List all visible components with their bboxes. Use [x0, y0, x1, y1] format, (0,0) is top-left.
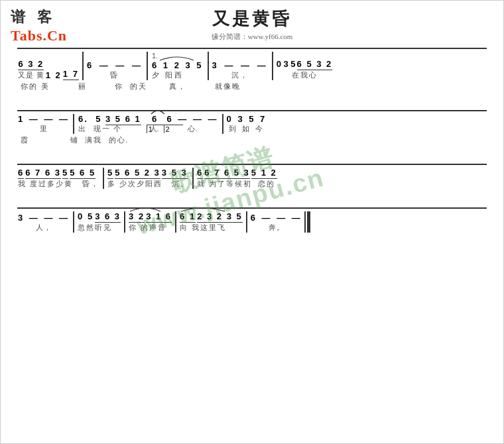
note-block: 5 5 6 5 2 3 3 5 3 多 少次夕阳西 沉。	[107, 168, 189, 189]
note-block: 6 1 2 3 2 3 5 向 我这里飞	[180, 211, 243, 233]
logo-en: Tabs.Cn	[11, 27, 67, 44]
bar-line	[192, 168, 194, 189]
main-page: 谱 客 Tabs.Cn 又是黄昏 缘分简谱：www.yf66.com 歌谱简谱 …	[0, 0, 504, 444]
note-block: 1 7	[63, 69, 79, 80]
song-title: 又是黄昏	[212, 7, 293, 30]
note-block: 0 3 5 6 5 3 2 在我心	[277, 59, 333, 80]
final-barline	[304, 211, 310, 233]
source-text: 缘分简谱：www.yf66.com	[212, 32, 293, 42]
title-area: 又是黄昏 缘分简谱：www.yf66.com	[212, 7, 293, 42]
section-3: 6 6 7 6 3 5 5 6 5 我 度过多少黄 昏， 5 5 6 5 2 3…	[17, 164, 487, 192]
note-block: 0 5 3 6 3 忽然听见	[78, 211, 121, 233]
bar-line	[272, 52, 273, 80]
note-block: 6 6 7 6 3 5 5 6 5 我 度过多少黄 昏，	[18, 168, 99, 189]
bar-line	[208, 52, 209, 80]
note-block: 1 — — — 里	[18, 114, 70, 134]
bar-line	[147, 52, 148, 80]
bar-line	[222, 114, 223, 134]
bar-line	[73, 211, 74, 233]
bar-line	[73, 114, 74, 134]
lyrics-alt-2: 霞 铺 满我 的心.	[17, 134, 487, 145]
note-block: 6 — — — 奔。	[251, 213, 302, 233]
section-4: 3 — — — 人， 0 5 3 6 3 忽然听见	[17, 207, 487, 235]
score-wrapper: 6 3 2 又是 黄 1 2 1 7 6 — — — 昏	[11, 44, 493, 248]
bar-line	[246, 211, 247, 233]
note-block: 6 人.	[150, 114, 159, 134]
note-block: 3 2 3 1 6 你 的声音	[129, 211, 172, 233]
site-logo: 谱 客 Tabs.Cn	[11, 7, 67, 44]
note-block: 0 3 5 7 到 如 今	[227, 114, 267, 134]
note-block: 6 — — — 昏	[87, 60, 143, 80]
note-block: 6 3 2 又是 黄	[18, 59, 44, 80]
note-block: 3 — — — 人，	[18, 213, 70, 233]
note-block: 6 6 7 6 5 3 5 1 2 就 为了等候初 恋的	[197, 168, 277, 189]
logo-cn: 谱 客	[11, 7, 67, 27]
note-block: 6. 5 3 5 6 1 出 现一 个	[78, 114, 141, 134]
note-block: 1. 6 1 2 3 5 夕 阳西	[152, 52, 204, 80]
note-block: 1 2	[46, 70, 62, 80]
section-2: 1 — — — 里 6. 5 3 5 6 1 出 现一 个 1	[17, 110, 487, 148]
header: 谱 客 Tabs.Cn 又是黄昏 缘分简谱：www.yf66.com	[11, 7, 493, 42]
section-1: 6 3 2 又是 黄 1 2 1 7 6 — — — 昏	[17, 48, 487, 94]
note-block: 3 — — — 沉，	[212, 60, 269, 80]
bar-line	[124, 211, 125, 233]
bar-line	[82, 52, 84, 80]
bar-line	[175, 211, 176, 233]
bar-line	[103, 168, 104, 189]
lyrics-alt-line: 你的 美 丽 你 的天 真， 就像晚	[17, 80, 487, 91]
